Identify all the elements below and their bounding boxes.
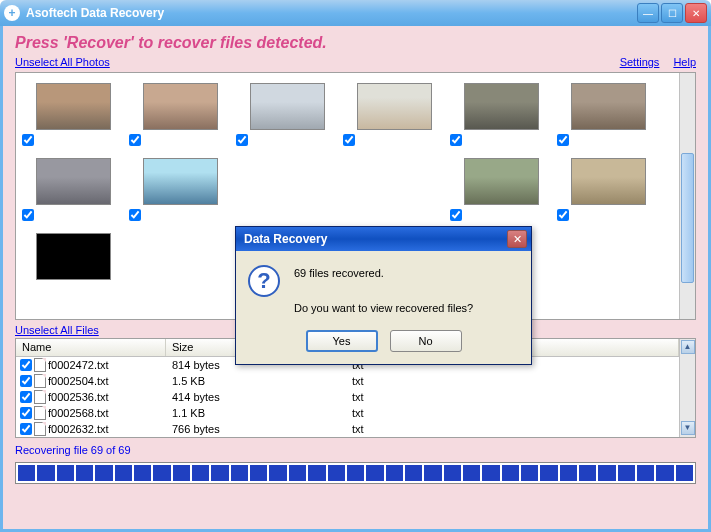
file-ext: txt <box>346 391 486 403</box>
dialog-title: Data Recovery <box>240 232 507 246</box>
photo-thumbnail <box>571 83 646 130</box>
photo-thumbnail <box>143 83 218 130</box>
table-row[interactable]: f0002536.txt 414 bytes txt <box>16 389 679 405</box>
photo-thumbnail <box>571 158 646 205</box>
photo-checkbox[interactable] <box>557 209 569 221</box>
file-name: f0002504.txt <box>48 375 109 387</box>
help-link[interactable]: Help <box>673 56 696 68</box>
file-name: f0002568.txt <box>48 407 109 419</box>
photo-checkbox[interactable] <box>557 134 569 146</box>
photo-item[interactable] <box>464 158 539 205</box>
photo-checkbox[interactable] <box>343 134 355 146</box>
table-row[interactable]: f0002504.txt 1.5 KB txt <box>16 373 679 389</box>
unselect-all-files-link[interactable]: Unselect All Files <box>15 324 99 336</box>
dialog-titlebar: Data Recovery ✕ <box>236 227 531 251</box>
minimize-button[interactable]: — <box>637 3 659 23</box>
dialog-line2: Do you want to view recovered files? <box>294 300 473 318</box>
file-ext: txt <box>346 423 486 435</box>
photo-thumbnail <box>250 83 325 130</box>
scroll-up-icon[interactable]: ▲ <box>681 340 695 354</box>
photo-item[interactable] <box>357 83 432 130</box>
file-checkbox[interactable] <box>20 423 32 435</box>
maximize-button[interactable]: ☐ <box>661 3 683 23</box>
photos-scrollbar[interactable] <box>679 73 695 319</box>
photo-item[interactable] <box>36 158 111 205</box>
no-button[interactable]: No <box>390 330 462 352</box>
photo-checkbox[interactable] <box>22 209 34 221</box>
main-content: Press 'Recover' to recover files detecte… <box>0 26 711 532</box>
file-checkbox[interactable] <box>20 391 32 403</box>
file-size: 766 bytes <box>166 423 346 435</box>
photo-checkbox[interactable] <box>450 134 462 146</box>
settings-link[interactable]: Settings <box>620 56 660 68</box>
dialog-message: 69 files recovered. Do you want to view … <box>294 265 473 318</box>
app-title: Asoftech Data Recovery <box>26 6 637 20</box>
file-icon <box>34 390 46 404</box>
unselect-all-photos-link[interactable]: Unselect All Photos <box>15 56 110 68</box>
photo-thumbnail <box>36 233 111 280</box>
scrollbar-thumb[interactable] <box>681 153 694 283</box>
photo-thumbnail <box>464 158 539 205</box>
file-icon <box>34 422 46 436</box>
file-size: 414 bytes <box>166 391 346 403</box>
dialog-close-button[interactable]: ✕ <box>507 230 527 248</box>
file-checkbox[interactable] <box>20 375 32 387</box>
file-ext: txt <box>346 375 486 387</box>
app-icon: + <box>4 5 20 21</box>
photo-thumbnail <box>464 83 539 130</box>
photo-item[interactable] <box>250 83 325 130</box>
photo-checkbox[interactable] <box>450 209 462 221</box>
close-button[interactable]: ✕ <box>685 3 707 23</box>
file-icon <box>34 358 46 372</box>
photo-item[interactable] <box>36 233 111 280</box>
column-header-name[interactable]: Name <box>16 339 166 356</box>
file-size: 1.5 KB <box>166 375 346 387</box>
progress-bar <box>15 462 696 484</box>
photo-item[interactable] <box>143 83 218 130</box>
file-ext: txt <box>346 407 486 419</box>
photo-checkbox[interactable] <box>129 209 141 221</box>
file-size: 1.1 KB <box>166 407 346 419</box>
photo-item[interactable] <box>464 83 539 130</box>
photo-thumbnail <box>357 83 432 130</box>
dialog-line1: 69 files recovered. <box>294 265 473 283</box>
dialog: Data Recovery ✕ ? 69 files recovered. Do… <box>235 226 532 365</box>
table-row[interactable]: f0002568.txt 1.1 KB txt <box>16 405 679 421</box>
file-name: f0002536.txt <box>48 391 109 403</box>
status-text: Recovering file 69 of 69 <box>15 444 696 456</box>
files-body: f0002472.txt 814 bytes txt f0002504.txt … <box>16 357 679 437</box>
photo-item[interactable] <box>143 158 218 205</box>
photo-checkbox[interactable] <box>129 134 141 146</box>
file-name: f0002632.txt <box>48 423 109 435</box>
scroll-down-icon[interactable]: ▼ <box>681 421 695 435</box>
photo-item[interactable] <box>36 83 111 130</box>
photo-checkbox[interactable] <box>236 134 248 146</box>
table-row[interactable]: f0002632.txt 766 bytes txt <box>16 421 679 437</box>
photo-thumbnail <box>36 83 111 130</box>
photo-item[interactable] <box>571 158 646 205</box>
question-icon: ? <box>248 265 280 297</box>
photo-checkbox[interactable] <box>22 134 34 146</box>
file-checkbox[interactable] <box>20 407 32 419</box>
file-icon <box>34 374 46 388</box>
photo-thumbnail <box>143 158 218 205</box>
file-icon <box>34 406 46 420</box>
instruction-text: Press 'Recover' to recover files detecte… <box>15 34 696 52</box>
photo-thumbnail <box>36 158 111 205</box>
photo-item[interactable] <box>571 83 646 130</box>
file-name: f0002472.txt <box>48 359 109 371</box>
titlebar: + Asoftech Data Recovery — ☐ ✕ <box>0 0 711 26</box>
file-checkbox[interactable] <box>20 359 32 371</box>
yes-button[interactable]: Yes <box>306 330 378 352</box>
files-scrollbar[interactable]: ▲ ▼ <box>679 339 695 437</box>
